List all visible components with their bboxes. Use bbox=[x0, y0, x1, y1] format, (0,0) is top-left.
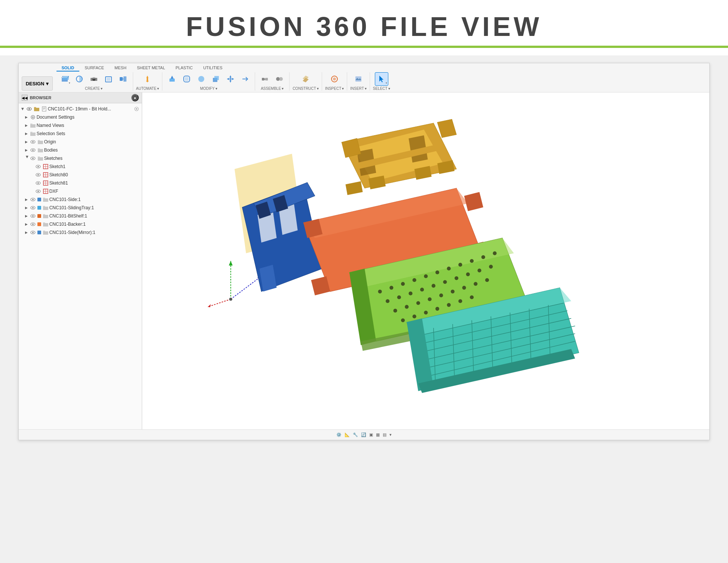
create-extrude-arrow: ▾ bbox=[69, 82, 70, 85]
svg-point-53 bbox=[32, 141, 34, 143]
svg-point-85 bbox=[32, 223, 34, 225]
svg-point-137 bbox=[420, 288, 424, 292]
origin-label: Origin bbox=[44, 139, 140, 144]
modify-chamfer-btn[interactable] bbox=[195, 72, 208, 86]
tab-sheet-metal[interactable]: SHEET METAL bbox=[132, 65, 170, 71]
doc-settings-arrow: ▶ bbox=[24, 115, 29, 120]
svg-point-158 bbox=[458, 299, 462, 303]
svg-marker-25 bbox=[232, 78, 234, 80]
svg-point-142 bbox=[477, 268, 481, 272]
svg-point-151 bbox=[474, 282, 477, 286]
automate-btn[interactable] bbox=[141, 72, 154, 86]
automate-label: AUTOMATE ▾ bbox=[136, 86, 159, 91]
tab-plastic[interactable]: PLASTIC bbox=[170, 65, 198, 71]
svg-point-124 bbox=[389, 286, 393, 289]
construct-offset-plane-btn[interactable] bbox=[299, 72, 312, 86]
browser-header-left: ◀◀ BROWSER bbox=[22, 95, 51, 101]
tree-item-cnc101-backer[interactable]: ▶ CNC101-Backer:1 bbox=[19, 220, 142, 228]
design-button[interactable]: DESIGN ▾ bbox=[22, 76, 53, 91]
insert-label: INSERT ▾ bbox=[350, 86, 367, 91]
tree-item-selection-sets[interactable]: ▶ Selection Sets bbox=[19, 130, 142, 138]
tree-item-sketch1[interactable]: ▶ Sketch1 bbox=[19, 162, 142, 171]
modify-combine-btn[interactable] bbox=[209, 72, 223, 86]
svg-point-144 bbox=[393, 309, 397, 313]
insert-decal-btn[interactable] bbox=[352, 72, 365, 86]
tree-item-named-views[interactable]: ▶ Named Views bbox=[19, 121, 142, 130]
tree-item-sketch81[interactable]: ▶ Sketch81 bbox=[19, 179, 142, 187]
tree-item-cnc101-bitshelf[interactable]: ▶ CNC101-BitShelf:1 bbox=[19, 212, 142, 220]
create-more-btn[interactable] bbox=[116, 72, 130, 86]
cnc101-side-arrow: ▶ bbox=[24, 197, 29, 202]
create-label: CREATE ▾ bbox=[85, 86, 103, 91]
root-label: CNC101-FC- 19mm - Bit Hold... bbox=[48, 106, 133, 112]
inspect-measure-btn[interactable] bbox=[328, 72, 341, 86]
cnc101-side-mirror-arrow: ▶ bbox=[24, 230, 29, 235]
bodies-eye-icon bbox=[30, 147, 36, 153]
svg-rect-27 bbox=[265, 78, 268, 80]
svg-point-34 bbox=[333, 77, 336, 80]
assemble-joint-btn[interactable] bbox=[258, 72, 272, 86]
svg-point-45 bbox=[136, 108, 137, 110]
tree-item-cnc101-side[interactable]: ▶ CNC101-Side:1 bbox=[19, 195, 142, 204]
status-dropdown[interactable]: ▾ bbox=[389, 432, 392, 437]
svg-point-146 bbox=[416, 301, 420, 305]
tree-item-cnc101-sliding[interactable]: ▶ CNC101-SlidingTray:1 bbox=[19, 204, 142, 212]
tree-item-dxf[interactable]: ▶ DXF bbox=[19, 187, 142, 195]
browser-sidebar: ◀◀ BROWSER ● ▶ bbox=[19, 92, 142, 429]
tab-mesh[interactable]: MESH bbox=[109, 65, 132, 71]
create-hole-btn[interactable] bbox=[87, 72, 101, 86]
svg-line-2 bbox=[62, 76, 63, 78]
viewport[interactable] bbox=[142, 92, 710, 429]
tree-item-doc-settings[interactable]: ▶ Document Settings bbox=[19, 113, 142, 121]
select-label: SELECT ▾ bbox=[373, 86, 390, 91]
svg-point-127 bbox=[424, 274, 428, 278]
tab-utilities[interactable]: UTILITIES bbox=[198, 65, 227, 71]
select-btn[interactable]: ▾ bbox=[375, 72, 388, 86]
svg-marker-24 bbox=[227, 78, 229, 80]
svg-point-69 bbox=[37, 182, 39, 184]
svg-point-156 bbox=[435, 307, 439, 311]
toolbar-tabs: SOLID SURFACE MESH SHEET METAL PLASTIC U… bbox=[56, 65, 707, 91]
tree-item-cnc101-side-mirror[interactable]: ▶ CNC101-Side(Mirror):1 bbox=[19, 228, 142, 237]
create-shell-btn[interactable] bbox=[102, 72, 115, 86]
svg-point-81 bbox=[32, 207, 34, 209]
create-extrude-btn[interactable]: ▾ bbox=[58, 72, 71, 86]
cnc101-bitshelf-eye-icon bbox=[30, 213, 36, 219]
tree-item-bodies[interactable]: ▶ Bodies bbox=[19, 146, 142, 154]
assemble-rigid-btn[interactable] bbox=[273, 72, 286, 86]
doc-settings-label: Document Settings bbox=[37, 115, 140, 120]
create-revolve-btn[interactable] bbox=[73, 72, 86, 86]
root-folder-icon bbox=[34, 106, 40, 112]
svg-point-150 bbox=[462, 286, 466, 289]
modify-move-btn[interactable] bbox=[224, 72, 237, 86]
modify-align-btn[interactable] bbox=[238, 72, 252, 86]
tree-item-origin[interactable]: ▶ Origin bbox=[19, 138, 142, 146]
svg-marker-22 bbox=[229, 76, 232, 77]
status-icon-6: ▦ bbox=[376, 432, 380, 437]
status-icon-3: 🔧 bbox=[353, 432, 358, 437]
browser-header-label: BROWSER bbox=[30, 95, 51, 100]
cnc101-sliding-color-indicator bbox=[37, 206, 41, 210]
svg-point-55 bbox=[32, 149, 34, 151]
browser-collapse-btn[interactable]: ◀◀ bbox=[22, 95, 28, 101]
svg-point-140 bbox=[455, 276, 458, 280]
cnc101-side-eye-icon bbox=[30, 197, 36, 203]
tree-item-sketches[interactable]: ▶ Sketches bbox=[19, 154, 142, 162]
browser-settings-btn[interactable]: ● bbox=[131, 94, 139, 101]
modify-press-pull-btn[interactable] bbox=[165, 72, 179, 86]
tab-surface[interactable]: SURFACE bbox=[79, 65, 109, 71]
svg-rect-40 bbox=[42, 107, 46, 111]
tree-root-item[interactable]: ▶ CNC101-FC- 19mm - Bit Hold... bbox=[19, 105, 142, 113]
tree-item-sketch80[interactable]: ▶ Sketch80 bbox=[19, 171, 142, 179]
tab-solid[interactable]: SOLID bbox=[56, 65, 80, 71]
cnc101-bitshelf-component-icon bbox=[43, 213, 49, 219]
toolbar-group-assemble: ASSEMBLE ▾ bbox=[257, 72, 290, 91]
cnc101-backer-arrow: ▶ bbox=[24, 222, 29, 227]
svg-point-125 bbox=[401, 282, 405, 286]
toolbar-group-insert: INSERT ▾ bbox=[349, 72, 370, 91]
modify-fillet-btn[interactable] bbox=[180, 72, 193, 86]
cnc101-backer-eye-icon bbox=[30, 221, 36, 227]
page-title: FUSION 360 FILE VIEW bbox=[0, 11, 728, 42]
cnc101-side-mirror-label: CNC101-Side(Mirror):1 bbox=[49, 230, 140, 235]
toolbar: DESIGN ▾ SOLID SURFACE MESH SHEET METAL … bbox=[19, 63, 710, 92]
